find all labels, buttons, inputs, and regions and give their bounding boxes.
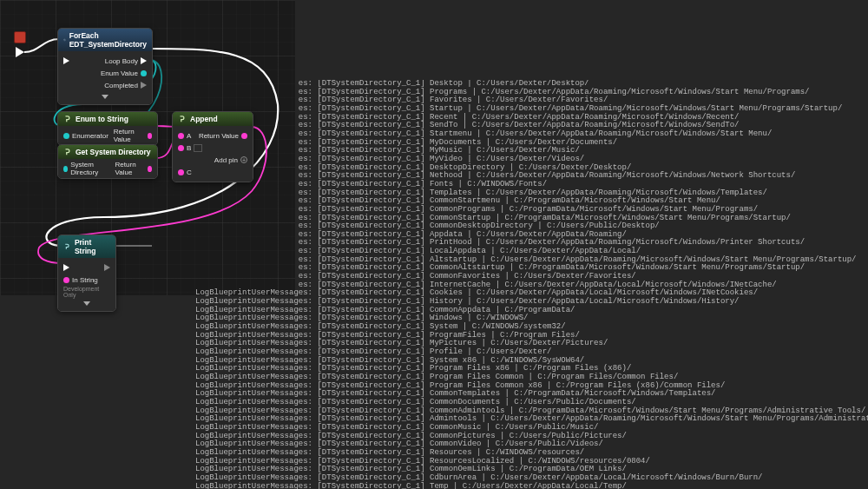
node-title: Get System Directory (76, 148, 150, 156)
pin-label: Development Only (63, 286, 110, 298)
pin-label: Enumerator (72, 132, 108, 140)
stop-pie-button[interactable] (14, 31, 26, 43)
function-icon (63, 115, 72, 123)
output-log[interactable]: es: [DTSystemDirectory_C_1] Desktop | C:… (195, 80, 868, 489)
node-header[interactable]: Enum to String (58, 112, 157, 126)
pin-label: Return Value (115, 161, 145, 176)
node-foreach[interactable]: ForEach EDT_SystemDirectory Loop Body En… (57, 28, 153, 105)
pin-label: In String (72, 276, 98, 284)
chevron-down-icon[interactable] (102, 95, 108, 99)
pin-label: Return Value (114, 128, 145, 143)
exec-in-pin[interactable] (63, 57, 69, 64)
loop-icon (63, 36, 66, 44)
exec-out-pin[interactable] (104, 264, 110, 271)
data-in-pin[interactable] (63, 277, 69, 283)
pin-label: System Directory (70, 161, 109, 176)
exec-out-pin[interactable] (141, 82, 147, 89)
pin-label: B (187, 144, 191, 152)
pin-label: C (187, 169, 192, 176)
pin-label: A (187, 132, 191, 140)
data-in-pin[interactable] (63, 166, 68, 172)
function-icon (63, 148, 72, 156)
node-title: Print String (75, 238, 110, 255)
exec-in-pin[interactable] (63, 264, 69, 271)
chevron-down-icon[interactable] (83, 301, 90, 306)
data-out-pin[interactable] (148, 166, 152, 172)
function-icon (63, 242, 71, 251)
node-header[interactable]: Print String (58, 235, 115, 258)
node-enum-to-string[interactable]: Enum to String Enumerator Return Value (57, 111, 158, 146)
node-title: Enum to String (76, 115, 128, 123)
node-title: ForEach EDT_SystemDirectory (69, 31, 147, 49)
node-print-string[interactable]: Print String In String Development Only (57, 235, 116, 312)
data-in-pin[interactable] (63, 133, 69, 139)
node-header[interactable]: Get System Directory (58, 145, 157, 159)
exec-entry-arrow (16, 47, 24, 57)
pin-label: Loop Body (105, 57, 138, 65)
data-in-pin[interactable] (178, 145, 184, 151)
data-in-pin[interactable] (178, 133, 184, 139)
node-header[interactable]: ForEach EDT_SystemDirectory (58, 29, 152, 51)
function-icon (178, 115, 187, 123)
data-out-pin[interactable] (148, 133, 152, 139)
data-out-pin[interactable] (141, 70, 147, 76)
exec-out-pin[interactable] (141, 57, 147, 64)
node-get-system-directory[interactable]: Get System Directory System Directory Re… (57, 144, 158, 179)
pin-label: Enum Value (101, 69, 138, 77)
pin-label: Completed (104, 82, 138, 89)
data-in-pin[interactable] (178, 169, 184, 175)
